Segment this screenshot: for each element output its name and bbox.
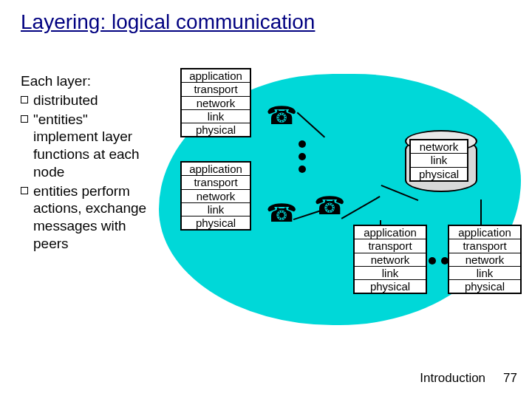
- bullet-text: entities perform actions, exchange messa…: [33, 183, 154, 253]
- layer-label: link: [355, 267, 426, 280]
- footer-page: 77: [503, 371, 517, 386]
- layer-label: application: [449, 226, 520, 239]
- footer-section: Introduction: [420, 371, 485, 386]
- protocol-stack-host-a: application transport network link physi…: [180, 68, 251, 137]
- slide-title: Layering: logical communication: [21, 10, 315, 34]
- bullet-lead: Each layer:: [21, 72, 154, 90]
- layer-label: link: [182, 203, 250, 216]
- layer-label: physical: [182, 123, 250, 136]
- protocol-stack-host-b: application transport network link physi…: [180, 161, 251, 231]
- layer-label: transport: [355, 239, 426, 253]
- protocol-stack-host-c: application transport network link physi…: [353, 225, 427, 294]
- connector-line: [480, 200, 482, 226]
- protocol-stack-router: network link physical: [409, 139, 468, 182]
- layer-label: application: [355, 226, 426, 239]
- bullet-marker: [21, 115, 28, 123]
- slide-footer: Introduction 77: [420, 371, 517, 386]
- layer-label: link: [182, 110, 250, 123]
- bullet-marker: [21, 187, 28, 194]
- layer-label: transport: [449, 239, 520, 253]
- bullet-item: "entities" implement layer functions at …: [21, 111, 154, 181]
- layer-label: physical: [355, 280, 426, 293]
- protocol-stack-host-d: application transport network link physi…: [448, 225, 522, 294]
- layer-label: physical: [411, 168, 467, 180]
- layer-label: physical: [449, 280, 520, 293]
- bullet-text: distributed: [33, 92, 98, 109]
- layer-label: network: [182, 97, 250, 110]
- layer-label: link: [411, 154, 467, 167]
- layer-label: network: [449, 253, 520, 267]
- layer-label: transport: [182, 176, 250, 189]
- layer-label: network: [411, 140, 467, 154]
- layer-label: transport: [182, 83, 250, 96]
- layer-label: link: [449, 267, 520, 280]
- bullet-list: Each layer: distributed "entities" imple…: [21, 72, 154, 254]
- layer-label: network: [355, 253, 426, 267]
- phone-icon: ☎: [314, 191, 345, 220]
- phone-icon: ☎: [266, 100, 297, 130]
- link-dots: [429, 257, 449, 265]
- phone-icon: ☎: [266, 198, 297, 228]
- layer-label: network: [182, 190, 250, 203]
- bullet-marker: [21, 96, 28, 103]
- layer-label: application: [182, 69, 250, 83]
- link-dots: [299, 140, 306, 173]
- bullet-text: "entities" implement layer functions at …: [33, 111, 154, 181]
- layer-label: physical: [182, 216, 250, 229]
- bullet-item: entities perform actions, exchange messa…: [21, 183, 154, 253]
- bullet-item: distributed: [21, 92, 154, 109]
- layer-label: application: [182, 163, 250, 176]
